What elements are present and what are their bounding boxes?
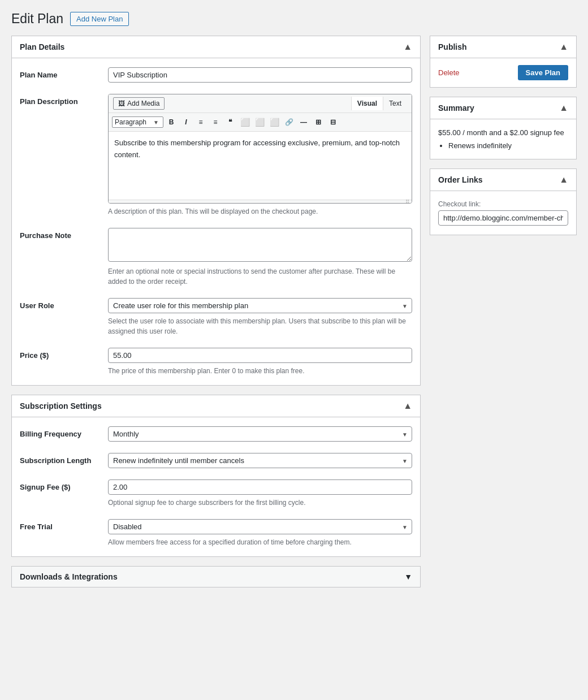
billing-frequency-label: Billing Frequency [20,426,99,438]
publish-title: Publish [438,42,467,51]
order-links-body: Checkout link: [430,191,576,235]
plan-name-row: Plan Name [20,67,412,83]
publish-header: Publish ▲ [430,36,576,58]
signup-fee-content: Optional signup fee to charge subscriber… [108,479,412,508]
bold-button[interactable]: B [165,115,178,129]
free-trial-row: Free Trial Disabled 1 Week 2 Weeks 1 Mon… [20,519,412,547]
price-help: The price of this membership plan. Enter… [108,366,412,376]
publish-chevron-icon[interactable]: ▲ [559,42,568,52]
plan-description-row: Plan Description 🖼 Add Media [20,94,412,217]
summary-list: Renews indefinitely [438,141,568,150]
order-links-header: Order Links ▲ [430,169,576,191]
downloads-chevron-icon[interactable]: ▼ [404,572,412,581]
billing-frequency-select[interactable]: Monthly Weekly Yearly Every 3 Months Eve… [108,426,412,442]
add-new-plan-button[interactable]: Add New Plan [70,12,129,26]
editor-content[interactable]: Subscribe to this membership program for… [109,132,412,200]
subscription-length-row: Subscription Length Renew indefinitely u… [20,453,412,468]
free-trial-content: Disabled 1 Week 2 Weeks 1 Month Allow me… [108,519,412,547]
summary-header: Summary ▲ [430,97,576,119]
format-select-wrap: Paragraph Heading 1 Heading 2 [112,116,163,128]
downloads-title: Downloads & Integrations [20,572,118,581]
add-media-button[interactable]: 🖼 Add Media [113,97,165,110]
plan-description-content: 🖼 Add Media Visual Text [108,94,412,217]
subscription-length-label: Subscription Length [20,453,99,465]
align-right-button[interactable]: ⬜ [267,115,281,129]
order-links-title: Order Links [438,175,483,184]
plan-details-panel: Plan Details ▲ Plan Name Plan Descriptio… [11,36,421,386]
editor-resize-handle[interactable]: ⠿ [109,200,412,203]
order-links-chevron-icon[interactable]: ▲ [559,175,568,185]
align-center-button[interactable]: ⬜ [253,115,266,129]
side-column: Publish ▲ Delete Save Plan Summary ▲ $55… [430,36,577,235]
plan-details-chevron-icon[interactable]: ▲ [403,42,412,52]
signup-fee-label: Signup Fee ($) [20,479,99,491]
subscription-settings-title: Subscription Settings [20,401,102,411]
subscription-chevron-icon[interactable]: ▲ [403,401,412,411]
downloads-header: Downloads & Integrations ▼ [12,567,420,587]
checkout-label: Checkout link: [438,200,568,208]
summary-chevron-icon[interactable]: ▲ [559,103,568,113]
plan-details-title: Plan Details [20,42,64,51]
purchase-note-input[interactable] [108,228,412,262]
price-label: Price ($) [20,348,99,360]
editor-toolbar: Paragraph Heading 1 Heading 2 B I ≡ ≡ ❝ [109,113,412,132]
plan-description-help: A description of this plan. This will be… [108,206,412,217]
purchase-note-label: Purchase Note [20,228,99,240]
table-button[interactable]: ⊟ [326,115,340,129]
more-button[interactable]: — [297,115,310,129]
publish-body: Delete Save Plan [430,58,576,87]
blockquote-button[interactable]: ❝ [223,115,237,129]
price-input[interactable] [108,348,412,363]
summary-renews: Renews indefinitely [448,141,568,150]
free-trial-select[interactable]: Disabled 1 Week 2 Weeks 1 Month [108,519,412,534]
user-role-select[interactable]: Create user role for this membership pla… [108,298,412,313]
subscription-settings-panel: Subscription Settings ▲ Billing Frequenc… [11,395,421,557]
subscription-length-select[interactable]: Renew indefinitely until member cancels … [108,453,412,468]
plan-name-label: Plan Name [20,67,99,79]
signup-fee-input[interactable] [108,479,412,495]
tab-visual[interactable]: Visual [351,97,383,110]
publish-panel: Publish ▲ Delete Save Plan [430,36,577,88]
checkout-link-input[interactable] [438,210,568,226]
save-plan-button[interactable]: Save Plan [518,65,568,80]
page-header: Edit Plan Add New Plan [11,11,577,27]
plan-details-body: Plan Name Plan Description 🖼 [12,58,420,385]
summary-body: $55.00 / month and a $2.00 signup fee Re… [430,119,576,159]
plan-name-input[interactable] [108,67,412,83]
price-row: Price ($) The price of this membership p… [20,348,412,376]
user-role-select-wrap: Create user role for this membership pla… [108,298,412,313]
purchase-note-row: Purchase Note Enter an optional note or … [20,228,412,287]
tab-text[interactable]: Text [383,97,407,110]
billing-frequency-select-wrap: Monthly Weekly Yearly Every 3 Months Eve… [108,426,412,442]
ordered-list-button[interactable]: ≡ [209,115,222,129]
delete-link[interactable]: Delete [438,68,460,77]
signup-fee-row: Signup Fee ($) Optional signup fee to ch… [20,479,412,508]
media-icon: 🖼 [118,100,125,107]
free-trial-label: Free Trial [20,519,99,531]
plan-description-label: Plan Description [20,94,99,106]
user-role-label: User Role [20,298,99,310]
user-role-row: User Role Create user role for this memb… [20,298,412,336]
add-media-bar: 🖼 Add Media [113,97,165,110]
summary-panel: Summary ▲ $55.00 / month and a $2.00 sig… [430,97,577,159]
plan-name-content [108,67,412,83]
summary-price: $55.00 / month and a $2.00 signup fee [438,128,568,137]
plan-details-header: Plan Details ▲ [12,36,420,58]
unordered-list-button[interactable]: ≡ [194,115,207,129]
subscription-settings-header: Subscription Settings ▲ [12,395,420,417]
fullscreen-button[interactable]: ⊞ [312,115,325,129]
user-role-help: Select the user role to associate with t… [108,316,412,336]
link-button[interactable]: 🔗 [282,115,296,129]
main-column: Plan Details ▲ Plan Name Plan Descriptio… [11,36,421,587]
subscription-settings-body: Billing Frequency Monthly Weekly Yearly … [12,417,420,556]
purchase-note-content: Enter an optional note or special instru… [108,228,412,287]
editor-tabs: Visual Text [351,97,407,110]
format-select[interactable]: Paragraph Heading 1 Heading 2 [112,116,163,128]
italic-button[interactable]: I [179,115,193,129]
order-links-panel: Order Links ▲ Checkout link: [430,168,577,235]
downloads-panel: Downloads & Integrations ▼ [11,566,421,587]
align-left-button[interactable]: ⬜ [238,115,252,129]
price-content: The price of this membership plan. Enter… [108,348,412,376]
billing-frequency-row: Billing Frequency Monthly Weekly Yearly … [20,426,412,442]
billing-frequency-content: Monthly Weekly Yearly Every 3 Months Eve… [108,426,412,442]
